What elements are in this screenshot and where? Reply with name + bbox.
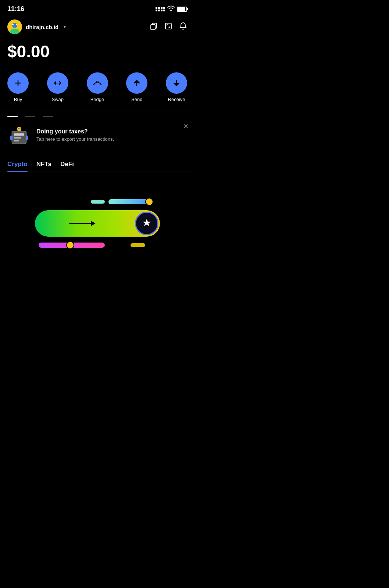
bridge-button[interactable]: Bridge: [87, 72, 108, 102]
bottom-right-bar: [131, 243, 145, 247]
tab-defi[interactable]: DeFi: [60, 161, 74, 172]
svg-rect-13: [14, 140, 19, 141]
slider-container: [31, 198, 164, 248]
swap-circle: [47, 72, 68, 94]
avatar: [7, 19, 22, 34]
arrow-line: [69, 223, 91, 224]
receive-button[interactable]: Receive: [166, 72, 187, 102]
banner-tabs: [0, 111, 194, 117]
swap-label: Swap: [51, 97, 64, 102]
svg-point-16: [19, 128, 21, 129]
receive-circle: [166, 72, 187, 94]
tab-nfts[interactable]: NFTs: [36, 161, 51, 172]
svg-rect-17: [10, 136, 13, 140]
svg-point-15: [18, 128, 19, 129]
send-label: Send: [131, 97, 142, 102]
svg-marker-19: [143, 219, 151, 226]
battery-icon: [177, 7, 187, 12]
buy-button[interactable]: Buy: [7, 72, 29, 102]
top-slider-row: [91, 198, 153, 205]
main-slider[interactable]: [35, 210, 160, 237]
tax-subtitle: Tap here to export your transactions.: [36, 136, 187, 142]
action-buttons: Buy Swap Bridge Send Receive: [0, 69, 194, 111]
chevron-down-icon[interactable]: ▾: [64, 24, 66, 29]
bottom-slider[interactable]: [39, 242, 105, 248]
buy-circle: [7, 72, 29, 94]
balance-section: $0.00: [0, 38, 194, 69]
tax-title: Doing your taxes?: [36, 128, 187, 135]
illustration-area: [0, 172, 194, 275]
status-bar: 11:16: [0, 0, 194, 16]
main-thumb: [135, 212, 158, 235]
svg-point-1: [12, 23, 17, 28]
username-label: dhirajn.cb.id: [26, 24, 58, 30]
section-tabs: Crypto NFTs DeFi: [0, 153, 194, 172]
svg-rect-18: [26, 136, 28, 140]
svg-point-4: [16, 24, 17, 25]
top-slider[interactable]: [108, 198, 153, 205]
arrow-container: [69, 221, 95, 226]
top-left-bar: [91, 200, 105, 204]
status-time: 11:16: [7, 5, 24, 13]
tab-crypto[interactable]: Crypto: [7, 161, 28, 172]
send-circle: [126, 72, 147, 94]
arrow-head: [91, 221, 95, 226]
swap-button[interactable]: Swap: [47, 72, 68, 102]
bridge-label: Bridge: [90, 97, 104, 102]
balance-amount: $0.00: [7, 42, 187, 61]
svg-rect-11: [14, 133, 24, 136]
copy-icon[interactable]: [150, 22, 158, 32]
svg-rect-6: [151, 25, 155, 30]
tax-banner[interactable]: Doing your taxes? Tap here to export you…: [0, 117, 194, 153]
header: dhirajn.cb.id ▾: [0, 16, 194, 38]
svg-rect-7: [165, 23, 171, 29]
tax-text: Doing your taxes? Tap here to export you…: [36, 128, 187, 142]
status-icons: [156, 6, 187, 13]
svg-point-9: [97, 82, 98, 83]
tax-icon: [7, 123, 31, 147]
user-info[interactable]: dhirajn.cb.id ▾: [7, 19, 66, 34]
receive-label: Receive: [168, 97, 185, 102]
svg-rect-12: [14, 137, 21, 139]
signal-icon: [156, 7, 165, 11]
expand-icon[interactable]: [164, 22, 172, 32]
buy-label: Buy: [14, 97, 22, 102]
wifi-icon: [167, 6, 175, 13]
bridge-circle: [87, 72, 108, 94]
bottom-slider-row: [39, 242, 145, 248]
svg-point-3: [12, 24, 14, 25]
svg-point-14: [17, 127, 21, 131]
send-button[interactable]: Send: [126, 72, 147, 102]
tax-close-button[interactable]: ✕: [183, 122, 189, 130]
notification-icon[interactable]: [179, 22, 187, 32]
header-actions: [150, 22, 187, 32]
